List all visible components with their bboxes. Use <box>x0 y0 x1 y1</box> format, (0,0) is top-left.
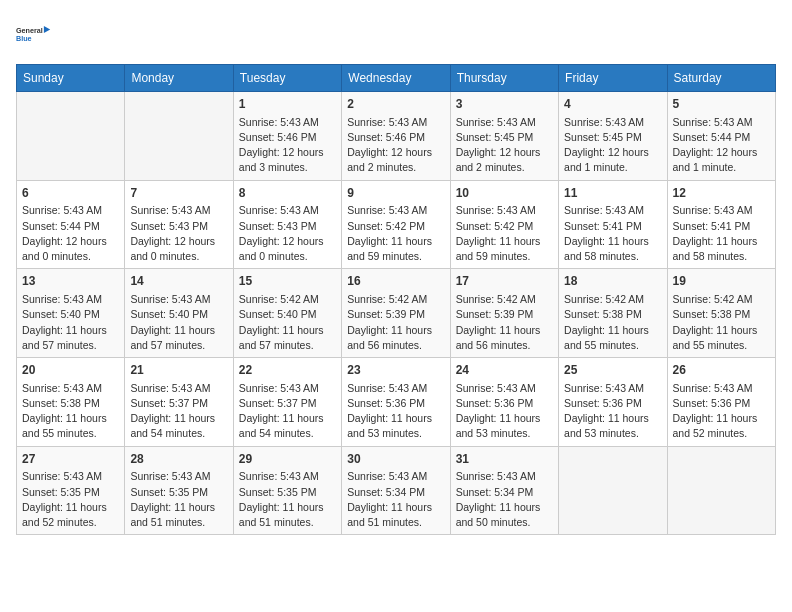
day-number: 19 <box>673 273 770 290</box>
day-number: 17 <box>456 273 553 290</box>
day-number: 1 <box>239 96 336 113</box>
calendar-day-cell: 28Sunrise: 5:43 AM Sunset: 5:35 PM Dayli… <box>125 446 233 535</box>
calendar-day-cell: 14Sunrise: 5:43 AM Sunset: 5:40 PM Dayli… <box>125 269 233 358</box>
day-number: 20 <box>22 362 119 379</box>
day-number: 24 <box>456 362 553 379</box>
svg-text:General: General <box>16 26 43 35</box>
calendar-day-cell: 2Sunrise: 5:43 AM Sunset: 5:46 PM Daylig… <box>342 92 450 181</box>
day-number: 3 <box>456 96 553 113</box>
day-info: Sunrise: 5:43 AM Sunset: 5:44 PM Dayligh… <box>22 203 119 264</box>
day-info: Sunrise: 5:43 AM Sunset: 5:41 PM Dayligh… <box>564 203 661 264</box>
day-info: Sunrise: 5:43 AM Sunset: 5:34 PM Dayligh… <box>347 469 444 530</box>
weekday-header-row: SundayMondayTuesdayWednesdayThursdayFrid… <box>17 65 776 92</box>
day-number: 4 <box>564 96 661 113</box>
day-number: 31 <box>456 451 553 468</box>
day-number: 9 <box>347 185 444 202</box>
calendar-day-cell: 30Sunrise: 5:43 AM Sunset: 5:34 PM Dayli… <box>342 446 450 535</box>
calendar-day-cell: 12Sunrise: 5:43 AM Sunset: 5:41 PM Dayli… <box>667 180 775 269</box>
day-number: 12 <box>673 185 770 202</box>
day-info: Sunrise: 5:43 AM Sunset: 5:36 PM Dayligh… <box>564 381 661 442</box>
calendar-day-cell: 11Sunrise: 5:43 AM Sunset: 5:41 PM Dayli… <box>559 180 667 269</box>
calendar-day-cell: 20Sunrise: 5:43 AM Sunset: 5:38 PM Dayli… <box>17 358 125 447</box>
day-info: Sunrise: 5:43 AM Sunset: 5:38 PM Dayligh… <box>22 381 119 442</box>
calendar-day-cell <box>667 446 775 535</box>
day-number: 27 <box>22 451 119 468</box>
day-info: Sunrise: 5:42 AM Sunset: 5:38 PM Dayligh… <box>564 292 661 353</box>
logo-icon: GeneralBlue <box>16 16 52 52</box>
calendar-day-cell: 9Sunrise: 5:43 AM Sunset: 5:42 PM Daylig… <box>342 180 450 269</box>
day-info: Sunrise: 5:42 AM Sunset: 5:39 PM Dayligh… <box>456 292 553 353</box>
day-number: 8 <box>239 185 336 202</box>
day-info: Sunrise: 5:43 AM Sunset: 5:37 PM Dayligh… <box>239 381 336 442</box>
calendar-day-cell: 4Sunrise: 5:43 AM Sunset: 5:45 PM Daylig… <box>559 92 667 181</box>
calendar-day-cell: 7Sunrise: 5:43 AM Sunset: 5:43 PM Daylig… <box>125 180 233 269</box>
calendar-day-cell: 15Sunrise: 5:42 AM Sunset: 5:40 PM Dayli… <box>233 269 341 358</box>
calendar-table: SundayMondayTuesdayWednesdayThursdayFrid… <box>16 64 776 535</box>
day-number: 16 <box>347 273 444 290</box>
day-number: 13 <box>22 273 119 290</box>
calendar-day-cell: 22Sunrise: 5:43 AM Sunset: 5:37 PM Dayli… <box>233 358 341 447</box>
logo: GeneralBlue <box>16 16 52 52</box>
calendar-week-row: 1Sunrise: 5:43 AM Sunset: 5:46 PM Daylig… <box>17 92 776 181</box>
day-number: 14 <box>130 273 227 290</box>
day-info: Sunrise: 5:43 AM Sunset: 5:46 PM Dayligh… <box>239 115 336 176</box>
day-number: 26 <box>673 362 770 379</box>
day-info: Sunrise: 5:43 AM Sunset: 5:36 PM Dayligh… <box>347 381 444 442</box>
day-info: Sunrise: 5:43 AM Sunset: 5:43 PM Dayligh… <box>130 203 227 264</box>
day-number: 18 <box>564 273 661 290</box>
day-number: 5 <box>673 96 770 113</box>
day-info: Sunrise: 5:43 AM Sunset: 5:41 PM Dayligh… <box>673 203 770 264</box>
calendar-day-cell: 19Sunrise: 5:42 AM Sunset: 5:38 PM Dayli… <box>667 269 775 358</box>
calendar-day-cell: 29Sunrise: 5:43 AM Sunset: 5:35 PM Dayli… <box>233 446 341 535</box>
day-number: 11 <box>564 185 661 202</box>
calendar-day-cell: 5Sunrise: 5:43 AM Sunset: 5:44 PM Daylig… <box>667 92 775 181</box>
calendar-day-cell: 23Sunrise: 5:43 AM Sunset: 5:36 PM Dayli… <box>342 358 450 447</box>
day-info: Sunrise: 5:43 AM Sunset: 5:36 PM Dayligh… <box>456 381 553 442</box>
day-info: Sunrise: 5:42 AM Sunset: 5:39 PM Dayligh… <box>347 292 444 353</box>
day-info: Sunrise: 5:43 AM Sunset: 5:35 PM Dayligh… <box>22 469 119 530</box>
page-header: GeneralBlue <box>16 16 776 52</box>
weekday-header: Thursday <box>450 65 558 92</box>
weekday-header: Monday <box>125 65 233 92</box>
weekday-header: Tuesday <box>233 65 341 92</box>
calendar-day-cell <box>17 92 125 181</box>
day-info: Sunrise: 5:43 AM Sunset: 5:35 PM Dayligh… <box>130 469 227 530</box>
day-number: 15 <box>239 273 336 290</box>
day-info: Sunrise: 5:43 AM Sunset: 5:46 PM Dayligh… <box>347 115 444 176</box>
weekday-header: Wednesday <box>342 65 450 92</box>
weekday-header: Saturday <box>667 65 775 92</box>
calendar-day-cell: 1Sunrise: 5:43 AM Sunset: 5:46 PM Daylig… <box>233 92 341 181</box>
day-number: 25 <box>564 362 661 379</box>
calendar-day-cell: 10Sunrise: 5:43 AM Sunset: 5:42 PM Dayli… <box>450 180 558 269</box>
calendar-day-cell: 3Sunrise: 5:43 AM Sunset: 5:45 PM Daylig… <box>450 92 558 181</box>
day-number: 2 <box>347 96 444 113</box>
day-info: Sunrise: 5:43 AM Sunset: 5:42 PM Dayligh… <box>456 203 553 264</box>
day-info: Sunrise: 5:43 AM Sunset: 5:45 PM Dayligh… <box>564 115 661 176</box>
calendar-day-cell <box>125 92 233 181</box>
calendar-day-cell: 18Sunrise: 5:42 AM Sunset: 5:38 PM Dayli… <box>559 269 667 358</box>
calendar-week-row: 20Sunrise: 5:43 AM Sunset: 5:38 PM Dayli… <box>17 358 776 447</box>
day-number: 7 <box>130 185 227 202</box>
calendar-day-cell: 13Sunrise: 5:43 AM Sunset: 5:40 PM Dayli… <box>17 269 125 358</box>
calendar-week-row: 6Sunrise: 5:43 AM Sunset: 5:44 PM Daylig… <box>17 180 776 269</box>
day-number: 23 <box>347 362 444 379</box>
calendar-day-cell: 25Sunrise: 5:43 AM Sunset: 5:36 PM Dayli… <box>559 358 667 447</box>
day-info: Sunrise: 5:42 AM Sunset: 5:40 PM Dayligh… <box>239 292 336 353</box>
svg-text:Blue: Blue <box>16 34 32 43</box>
day-info: Sunrise: 5:43 AM Sunset: 5:45 PM Dayligh… <box>456 115 553 176</box>
day-info: Sunrise: 5:43 AM Sunset: 5:35 PM Dayligh… <box>239 469 336 530</box>
day-info: Sunrise: 5:42 AM Sunset: 5:38 PM Dayligh… <box>673 292 770 353</box>
svg-marker-2 <box>44 26 50 33</box>
calendar-week-row: 27Sunrise: 5:43 AM Sunset: 5:35 PM Dayli… <box>17 446 776 535</box>
calendar-day-cell: 31Sunrise: 5:43 AM Sunset: 5:34 PM Dayli… <box>450 446 558 535</box>
calendar-day-cell <box>559 446 667 535</box>
calendar-day-cell: 8Sunrise: 5:43 AM Sunset: 5:43 PM Daylig… <box>233 180 341 269</box>
day-number: 6 <box>22 185 119 202</box>
day-number: 29 <box>239 451 336 468</box>
weekday-header: Friday <box>559 65 667 92</box>
day-number: 22 <box>239 362 336 379</box>
calendar-day-cell: 16Sunrise: 5:42 AM Sunset: 5:39 PM Dayli… <box>342 269 450 358</box>
day-number: 10 <box>456 185 553 202</box>
calendar-day-cell: 27Sunrise: 5:43 AM Sunset: 5:35 PM Dayli… <box>17 446 125 535</box>
calendar-week-row: 13Sunrise: 5:43 AM Sunset: 5:40 PM Dayli… <box>17 269 776 358</box>
